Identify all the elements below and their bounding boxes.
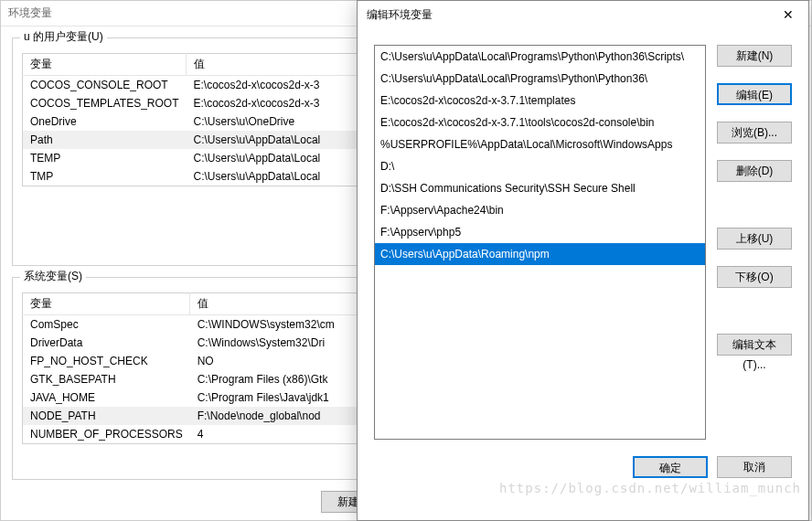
col-var-name[interactable]: 变量	[23, 54, 187, 76]
close-icon: ✕	[783, 7, 794, 22]
front-titlebar: 编辑环境变量 ✕	[358, 1, 808, 28]
var-name-cell: FP_NO_HOST_CHECK	[23, 352, 190, 370]
new-button[interactable]: 新建(N)	[717, 45, 792, 67]
move-up-button[interactable]: 上移(U)	[717, 228, 792, 250]
path-item[interactable]: %USERPROFILE%\AppData\Local\Microsoft\Wi…	[375, 133, 705, 155]
system-vars-title: 系统变量(S)	[20, 269, 86, 284]
path-item[interactable]: D:\SSH Communications Security\SSH Secur…	[375, 177, 705, 199]
var-name-cell: COCOS_TEMPLATES_ROOT	[23, 94, 187, 112]
path-item[interactable]: D:\	[375, 155, 705, 177]
edit-env-var-window: 编辑环境变量 ✕ C:\Users\u\AppData\Local\Progra…	[357, 0, 809, 521]
var-name-cell: JAVA_HOME	[23, 388, 190, 407]
path-item[interactable]: C:\Users\u\AppData\Local\Programs\Python…	[375, 46, 705, 68]
close-button[interactable]: ✕	[767, 1, 808, 28]
path-item[interactable]: C:\Users\u\AppData\Roaming\npm	[375, 243, 705, 265]
edit-text-button[interactable]: 编辑文本(T)...	[717, 334, 792, 356]
path-list[interactable]: C:\Users\u\AppData\Local\Programs\Python…	[374, 45, 706, 440]
var-name-cell: DriverData	[23, 334, 190, 352]
side-buttons: 新建(N) 编辑(E) 浏览(B)... 删除(D) 上移(U) 下移(O) 编…	[717, 45, 792, 440]
front-footer: 确定 取消	[358, 456, 808, 491]
col-var-name[interactable]: 变量	[23, 293, 190, 315]
var-name-cell: NODE_PATH	[23, 407, 190, 425]
delete-button[interactable]: 删除(D)	[717, 160, 792, 182]
var-name-cell: OneDrive	[23, 112, 187, 131]
ok-button[interactable]: 确定	[633, 456, 708, 478]
browse-button[interactable]: 浏览(B)...	[717, 122, 792, 144]
var-name-cell: TMP	[23, 167, 187, 186]
var-name-cell: GTK_BASEPATH	[23, 370, 190, 388]
var-name-cell: ComSpec	[23, 315, 190, 335]
front-body: C:\Users\u\AppData\Local\Programs\Python…	[358, 28, 808, 456]
move-down-button[interactable]: 下移(O)	[717, 266, 792, 288]
path-item[interactable]: F:\Appserv\php5	[375, 221, 705, 243]
var-name-cell: Path	[23, 131, 187, 149]
var-name-cell: COCOS_CONSOLE_ROOT	[23, 76, 187, 95]
user-vars-title: u 的用户变量(U)	[20, 29, 107, 45]
path-item[interactable]: C:\Users\u\AppData\Local\Programs\Python…	[375, 68, 705, 90]
path-item[interactable]: F:\Appserv\Apache24\bin	[375, 199, 705, 221]
path-item[interactable]: E:\cocos2d-x\cocos2d-x-3.7.1\templates	[375, 90, 705, 112]
front-window-title: 编辑环境变量	[367, 7, 433, 23]
edit-button[interactable]: 编辑(E)	[717, 83, 792, 105]
var-name-cell: NUMBER_OF_PROCESSORS	[23, 425, 190, 444]
var-name-cell: TEMP	[23, 149, 187, 167]
cancel-button[interactable]: 取消	[717, 456, 792, 478]
path-item[interactable]: E:\cocos2d-x\cocos2d-x-3.7.1\tools\cocos…	[375, 112, 705, 133]
